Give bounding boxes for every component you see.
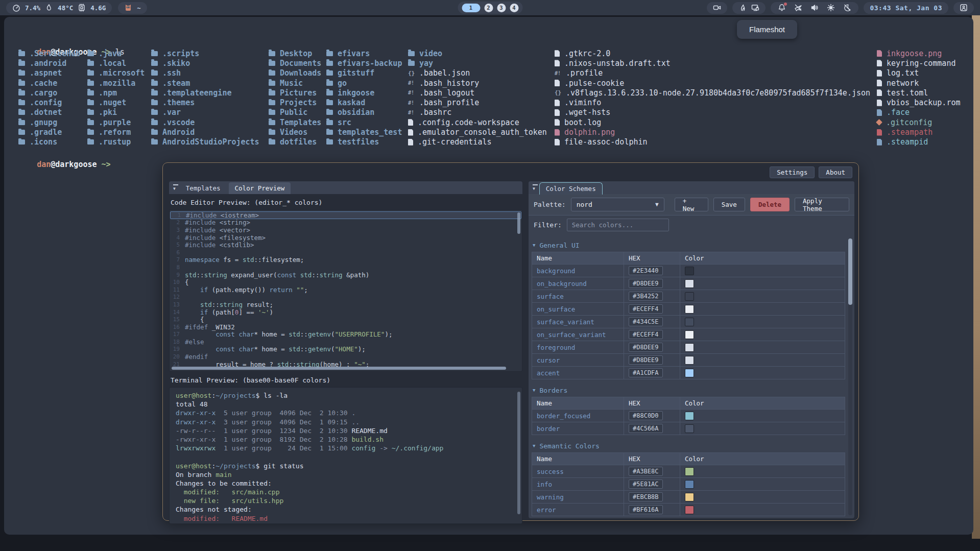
file-icon: #!	[408, 110, 415, 115]
hex-value-field[interactable]: #ECEFF4	[629, 330, 663, 339]
flameshot-tray-icon[interactable]	[738, 4, 747, 12]
folder-icon	[151, 61, 158, 66]
workspace-2[interactable]: 2	[484, 4, 493, 12]
section-header-general-ui[interactable]: ▼General UI	[532, 238, 845, 252]
hex-value-field[interactable]: #A1CDFA	[629, 368, 663, 377]
folder-icon	[326, 70, 333, 76]
editor-horizontal-scrollbar[interactable]	[172, 367, 506, 370]
file-icon	[555, 60, 560, 66]
apply-theme-button[interactable]: Apply Theme	[795, 198, 849, 211]
new-palette-button[interactable]: + New	[675, 198, 708, 211]
color-swatch[interactable]	[685, 424, 694, 433]
ls-entry: .templateengine	[151, 88, 259, 98]
section-header-borders[interactable]: ▼Borders	[532, 384, 845, 397]
hex-value-field[interactable]: #5E81AC	[629, 480, 663, 489]
color-swatch[interactable]	[685, 279, 694, 288]
color-swatch[interactable]	[685, 343, 694, 352]
ls-entry: src	[326, 117, 402, 127]
color-swatch[interactable]	[685, 356, 694, 365]
save-button[interactable]: Save	[713, 198, 745, 211]
launcher-pill[interactable]: ~	[118, 2, 147, 14]
palette-value: nord	[577, 201, 592, 208]
file-icon	[877, 129, 882, 136]
folder-icon	[151, 70, 158, 76]
collapse-icon[interactable]: ▼	[533, 186, 535, 191]
clock-pill[interactable]: 03:43 Sat, Jan 03	[864, 2, 948, 14]
hex-value-field[interactable]: #ECEFF4	[629, 304, 663, 314]
workspace-4[interactable]: 4	[510, 4, 518, 12]
color-swatch[interactable]	[685, 305, 694, 314]
folder-icon	[269, 51, 275, 56]
workspace-3[interactable]: 3	[497, 4, 506, 12]
folder-icon	[151, 130, 158, 135]
hex-value-field[interactable]: #2E3440	[629, 266, 663, 275]
airplane-off-icon[interactable]	[794, 4, 802, 12]
screen-lock-icon[interactable]	[751, 4, 759, 12]
file-icon	[555, 119, 560, 126]
hex-value-field[interactable]: #D8DEE9	[629, 343, 663, 352]
screen-recorder-pill[interactable]	[707, 2, 727, 14]
hex-value-field[interactable]: #434C5E	[629, 317, 663, 326]
night-light-off-icon[interactable]	[843, 4, 851, 12]
terminal-line: -rwxr-xr-x 1 user group 8192 Dec 2 10:28…	[176, 436, 516, 444]
hex-value-field[interactable]: #BF616A	[629, 505, 663, 514]
color-swatch[interactable]	[685, 267, 694, 275]
prompt-arrow: ~>	[97, 160, 111, 169]
hex-value-field[interactable]: #3B4252	[629, 292, 663, 301]
ls-entry: AndroidStudioProjects	[151, 137, 259, 147]
section-header-semantic-colors[interactable]: ▼Semantic Colors	[532, 439, 845, 452]
ls-entry: gitstuff	[326, 68, 402, 78]
tab-color-preview[interactable]: Color Preview	[229, 182, 291, 194]
ls-entry: .npm	[87, 88, 145, 98]
color-swatch[interactable]	[685, 467, 694, 476]
ls-entry: {}.v8flags.13.6.233.10-node.27.9180b4da3…	[555, 88, 870, 98]
color-swatch[interactable]	[685, 506, 694, 514]
file-icon	[877, 80, 882, 86]
delete-button[interactable]: Delete	[750, 198, 790, 211]
brightness-icon[interactable]	[827, 4, 835, 12]
hex-value-field[interactable]: #A3BE8C	[629, 467, 663, 476]
ls-entry: .wget-hsts	[555, 108, 870, 117]
editor-vertical-scrollbar[interactable]	[517, 212, 520, 234]
hex-value-field[interactable]: #D8DEE9	[629, 355, 663, 365]
color-swatch[interactable]	[685, 330, 694, 339]
color-swatch[interactable]	[685, 369, 694, 377]
settings-button[interactable]: Settings	[770, 166, 815, 178]
color-swatch[interactable]	[685, 318, 694, 326]
workspace-1[interactable]: 1	[462, 4, 480, 12]
folder-icon	[87, 139, 94, 145]
terminal-line: total 48	[176, 400, 516, 409]
folder-icon	[87, 61, 94, 66]
hex-value-field[interactable]: #88C0D0	[629, 411, 663, 420]
terminal-vertical-scrollbar[interactable]	[517, 392, 520, 514]
column-header: HEX	[624, 453, 680, 465]
color-swatch[interactable]	[685, 493, 694, 501]
folder-icon	[269, 81, 275, 86]
schemes-scrollbar[interactable]	[848, 238, 852, 515]
power-menu-pill[interactable]	[953, 2, 974, 14]
hex-value-field[interactable]: #4C566A	[629, 424, 663, 433]
ls-entry: .gnupg	[18, 117, 80, 127]
notifications-icon[interactable]	[778, 4, 786, 12]
hex-value-field[interactable]: #EBCB8B	[629, 492, 663, 501]
ls-entry: {}.babel.json	[408, 68, 547, 78]
color-swatch[interactable]	[685, 412, 694, 420]
tab-color-schemes[interactable]: Color Schemes	[539, 182, 603, 195]
color-swatch[interactable]	[685, 480, 694, 489]
ls-entry: .purple	[87, 117, 145, 127]
about-button[interactable]: About	[819, 166, 852, 178]
clock: 03:43 Sat, Jan 03	[870, 4, 942, 12]
terminal-line: Changes to be committed:	[176, 480, 516, 488]
filter-input[interactable]	[567, 219, 669, 231]
collapse-icon[interactable]: ▼	[173, 186, 176, 191]
color-swatch[interactable]	[685, 292, 694, 301]
hex-value-field[interactable]: #D8DEE9	[629, 279, 663, 288]
palette-select[interactable]: nord ▼	[571, 198, 664, 211]
tab-templates[interactable]: Templates	[180, 182, 227, 194]
folder-icon	[151, 139, 158, 145]
code-line: 9std::string expand_user(const std::stri…	[170, 271, 522, 279]
folder-icon	[326, 100, 333, 105]
color-name: info	[532, 478, 624, 490]
file-icon: #!	[408, 80, 415, 86]
volume-icon[interactable]	[810, 4, 819, 12]
